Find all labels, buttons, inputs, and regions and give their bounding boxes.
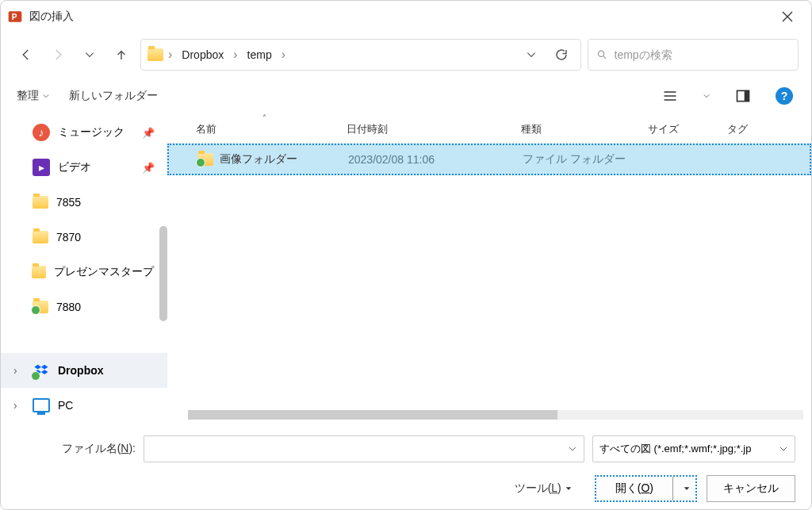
dropbox-icon <box>33 362 50 379</box>
new-folder-button[interactable]: 新しいフォルダー <box>69 89 158 103</box>
sidebar-root-label: PC <box>58 399 73 412</box>
pc-icon <box>33 398 50 412</box>
recent-dropdown[interactable] <box>77 42 102 67</box>
chevron-right-icon: › <box>168 48 172 62</box>
cancel-button[interactable]: キャンセル <box>707 475 795 502</box>
folder-icon <box>33 196 48 209</box>
title-bar: P 図の挿入 <box>1 1 811 33</box>
breadcrumb-dropbox[interactable]: Dropbox <box>177 45 228 64</box>
file-type: ファイル フォルダー <box>513 152 640 167</box>
preview-pane-toggle[interactable] <box>732 85 754 107</box>
svg-point-2 <box>598 51 603 56</box>
forward-button[interactable] <box>45 42 71 67</box>
help-button[interactable]: ? <box>773 85 795 107</box>
navigation-row: › Dropbox › temp › <box>1 33 811 77</box>
sidebar-scrollbar[interactable] <box>159 226 167 321</box>
sidebar-item-label: プレゼンマスタープロ <box>54 265 155 279</box>
open-dropdown[interactable] <box>678 477 695 500</box>
sidebar-item-label: 7870 <box>56 231 81 243</box>
path-dropdown[interactable] <box>519 42 544 67</box>
sidebar-item-label: ミュージック <box>58 125 124 140</box>
search-input[interactable] <box>615 48 790 61</box>
chevron-right-icon: › <box>282 48 285 62</box>
column-header-type[interactable]: 種類 <box>511 122 638 136</box>
open-split-button[interactable]: 開く(O) <box>595 475 697 502</box>
chevron-right-icon: › <box>233 48 237 62</box>
bottom-panel: ファイル名(N): すべての図 (*.emf;*.wmf;*.jpg;*.jp … <box>1 423 811 510</box>
column-header-size[interactable]: サイズ <box>638 122 718 136</box>
file-name: 画像フォルダー <box>220 152 297 167</box>
tools-menu[interactable]: ツール(L) <box>515 481 573 496</box>
filename-label: ファイル名(N): <box>56 442 136 456</box>
filename-row: ファイル名(N): すべての図 (*.emf;*.wmf;*.jpg;*.jp <box>17 435 795 462</box>
sidebar-item-presenmaster[interactable]: プレゼンマスタープロ <box>1 255 167 290</box>
view-menu[interactable] <box>659 85 681 107</box>
filename-combobox[interactable] <box>144 435 584 462</box>
chevron-down-icon <box>683 485 691 493</box>
search-box[interactable] <box>588 39 799 71</box>
filename-input[interactable] <box>151 443 568 455</box>
folder-icon <box>32 266 46 278</box>
sidebar-item-7855[interactable]: 7855 <box>1 185 167 220</box>
button-row: ツール(L) 開く(O) キャンセル <box>17 475 795 502</box>
navigation-pane: ♪ ミュージック 📌 ▸ ビデオ 📌 7855 7870 プレゼンマスタープロ <box>1 115 167 423</box>
file-date: 2023/02/08 11:06 <box>339 153 513 166</box>
organize-menu[interactable]: 整理 <box>17 89 50 103</box>
search-icon <box>596 48 608 61</box>
column-header-date[interactable]: 日付時刻 <box>337 122 511 136</box>
chevron-down-icon <box>42 92 50 100</box>
pin-icon: 📌 <box>142 127 155 139</box>
chevron-down-icon <box>779 444 788 454</box>
filetype-select[interactable]: すべての図 (*.emf;*.wmf;*.jpg;*.jp <box>592 435 795 462</box>
up-button[interactable] <box>109 42 134 67</box>
sidebar-item-7880[interactable]: 7880 <box>1 290 167 324</box>
sidebar-item-label: 7880 <box>56 301 81 313</box>
address-bar[interactable]: › Dropbox › temp › <box>140 39 581 71</box>
folder-synced-icon <box>33 301 48 313</box>
svg-text:P: P <box>12 13 17 21</box>
close-button[interactable] <box>770 4 805 29</box>
help-icon: ? <box>776 87 793 105</box>
chevron-right-icon[interactable]: › <box>13 399 25 412</box>
svg-rect-4 <box>745 90 749 101</box>
app-icon: P <box>7 9 23 25</box>
column-header-name[interactable]: 名前 <box>186 122 337 136</box>
sidebar-item-label: ビデオ <box>58 160 91 174</box>
cancel-label: キャンセル <box>723 481 779 496</box>
sidebar-item-music[interactable]: ♪ ミュージック 📌 <box>1 115 167 150</box>
window-title: 図の挿入 <box>29 10 770 24</box>
column-headers: ˄ 名前 日付時刻 種類 サイズ タグ <box>167 115 811 144</box>
folder-synced-icon <box>197 153 213 166</box>
sidebar-root-pc[interactable]: › PC <box>1 388 167 423</box>
new-folder-label: 新しいフォルダー <box>69 89 158 103</box>
folder-icon <box>33 231 48 243</box>
sidebar-root-label: Dropbox <box>58 364 104 377</box>
horizontal-scrollbar[interactable] <box>188 410 803 420</box>
breadcrumb-temp[interactable]: temp <box>243 45 277 64</box>
sort-indicator-icon: ˄ <box>262 113 266 122</box>
pin-icon: 📌 <box>142 162 155 174</box>
organize-label: 整理 <box>17 89 39 103</box>
open-button[interactable]: 開く(O) <box>596 477 673 500</box>
filetype-label: すべての図 (*.emf;*.wmf;*.jpg;*.jp <box>599 442 751 456</box>
music-icon: ♪ <box>33 124 50 141</box>
file-row[interactable]: 画像フォルダー 2023/02/08 11:06 ファイル フォルダー <box>167 144 811 175</box>
refresh-button[interactable] <box>549 42 574 67</box>
main-area: ♪ ミュージック 📌 ▸ ビデオ 📌 7855 7870 プレゼンマスタープロ <box>1 115 811 423</box>
file-list: ˄ 名前 日付時刻 種類 サイズ タグ 画像フォルダー 2023/02/08 1… <box>167 115 811 423</box>
back-button[interactable] <box>13 42 39 67</box>
folder-icon <box>147 48 163 61</box>
sidebar-item-label: 7855 <box>56 196 81 209</box>
sidebar-item-video[interactable]: ▸ ビデオ 📌 <box>1 150 167 185</box>
chevron-down-icon[interactable] <box>568 444 577 454</box>
toolbar: 整理 新しいフォルダー ? <box>1 77 811 115</box>
video-icon: ▸ <box>33 159 50 176</box>
column-header-tag[interactable]: タグ <box>718 122 811 136</box>
view-dropdown[interactable] <box>700 85 713 107</box>
sidebar-item-7870[interactable]: 7870 <box>1 220 167 255</box>
chevron-right-icon[interactable]: › <box>13 364 25 377</box>
scrollbar-thumb[interactable] <box>188 410 557 420</box>
sidebar-root-dropbox[interactable]: › Dropbox <box>1 353 167 388</box>
chevron-down-icon <box>565 485 573 493</box>
